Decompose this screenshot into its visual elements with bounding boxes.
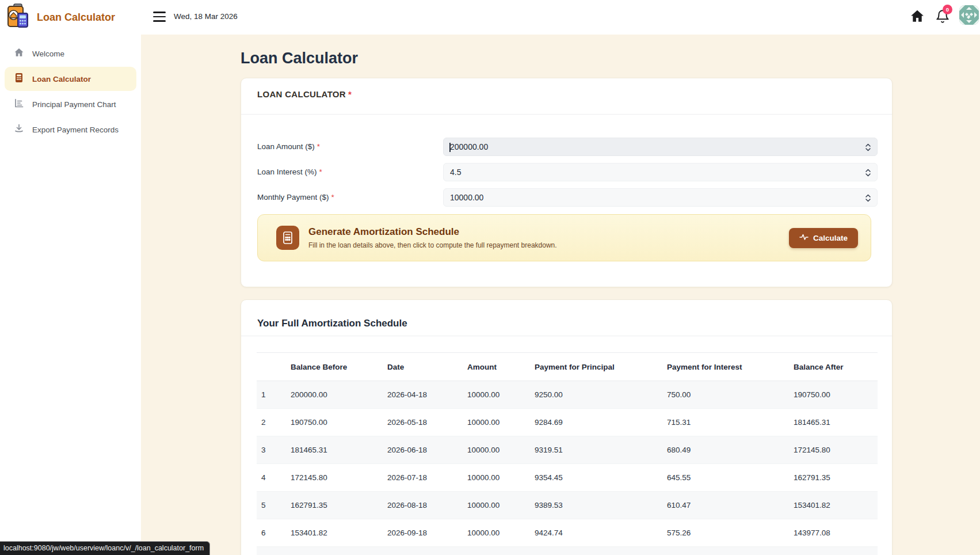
loan-interest-field-wrap: [443, 163, 878, 181]
required-asterisk: *: [348, 89, 352, 99]
table-row[interactable]: 5 162791.35 2026-08-18 10000.00 9389.53 …: [257, 492, 878, 519]
cell-amount: 10000.00: [463, 492, 530, 519]
amortization-table: Balance Before Date Amount Payment for P…: [257, 352, 878, 555]
cell-date: 2026-04-18: [383, 381, 463, 409]
divider: [241, 336, 892, 336]
generate-schedule-banner: Generate Amortization Schedule Fill in t…: [257, 214, 871, 261]
download-icon: [14, 123, 24, 136]
loan-interest-input[interactable]: [444, 164, 877, 181]
schedule-card-title: Your Full Amortization Schedule: [257, 318, 407, 329]
sidebar-item-export-payment-records[interactable]: Export Payment Records: [5, 117, 136, 142]
calculate-button[interactable]: Calculate: [789, 228, 858, 248]
required-asterisk: *: [331, 193, 334, 202]
stepper-arrows-icon[interactable]: [865, 143, 871, 152]
sidebar-item-welcome[interactable]: Welcome: [5, 41, 136, 66]
cell-amount: 10000.00: [463, 381, 530, 409]
col-header-index: [257, 353, 286, 381]
table-row[interactable]: 1 200000.00 2026-04-18 10000.00 9250.00 …: [257, 381, 878, 409]
cell-payment-interest: 575.26: [662, 519, 789, 547]
cell-payment-interest: 680.49: [662, 436, 789, 464]
cell-payment-interest: 645.55: [662, 464, 789, 492]
calculator-badge-icon: [276, 226, 299, 250]
cell-date: 2026-05-18: [383, 409, 463, 436]
app-title: Loan Calculator: [37, 12, 115, 24]
table-row[interactable]: 4 172145.80 2026-07-18 10000.00 9354.45 …: [257, 464, 878, 492]
stepper-arrows-icon[interactable]: [865, 168, 871, 177]
form-row-monthly-payment: Monthly Payment ($)*: [241, 188, 892, 207]
loan-amount-input[interactable]: [444, 138, 877, 155]
cell-amount: 10000.00: [463, 519, 530, 547]
loan-amount-label: Loan Amount ($)*: [257, 138, 320, 156]
form-card-title: LOAN CALCULATOR*: [257, 89, 352, 99]
app-header: Loan Calculator Wed, 18 Mar 2026 0: [0, 0, 980, 35]
loan-calculator-form-card: LOAN CALCULATOR* Loan Amount ($)* Loan I…: [241, 78, 893, 287]
table-row[interactable]: 3 181465.31 2026-06-18 10000.00 9319.51 …: [257, 436, 878, 464]
table-header-row: Balance Before Date Amount Payment for P…: [257, 353, 878, 381]
user-avatar[interactable]: [959, 5, 979, 25]
cell-balance-after: 143977.08: [789, 519, 878, 547]
header-date: Wed, 18 Mar 2026: [174, 12, 238, 21]
calculator-icon: [14, 73, 24, 85]
home-outline-icon: [14, 47, 24, 60]
monthly-payment-input[interactable]: [444, 189, 877, 206]
table-row[interactable]: 6 153401.82 2026-09-18 10000.00 9424.74 …: [257, 519, 878, 547]
cell-index: 6: [257, 519, 286, 547]
cell-amount: 10000.00: [463, 409, 530, 436]
sidebar-item-loan-calculator[interactable]: Loan Calculator: [5, 67, 136, 91]
bar-chart-icon: [14, 98, 24, 111]
cell-balance-before: 162791.35: [286, 492, 383, 519]
loan-interest-label: Loan Interest (%)*: [257, 163, 322, 181]
cell-index: 2: [257, 409, 286, 436]
col-header-payment-principal: Payment for Principal: [530, 353, 662, 381]
cell-balance-before: 190750.00: [286, 409, 383, 436]
cell-index: 5: [257, 492, 286, 519]
sidebar-item-label: Welcome: [32, 50, 64, 58]
col-header-amount: Amount: [463, 353, 530, 381]
cell-balance-after: 190750.00: [789, 381, 878, 409]
home-icon[interactable]: [910, 9, 925, 24]
cell-balance-before: 172145.80: [286, 464, 383, 492]
divider: [241, 114, 892, 115]
main-content: Loan Calculator LOAN CALCULATOR* Loan Am…: [141, 35, 980, 555]
brand[interactable]: Loan Calculator: [6, 3, 115, 31]
cell-index: 1: [257, 381, 286, 409]
cell-index: 3: [257, 436, 286, 464]
pulse-icon: [799, 233, 809, 244]
col-header-date: Date: [383, 353, 463, 381]
cell-index: 4: [257, 464, 286, 492]
cell-amount: 10000.00: [463, 464, 530, 492]
cell-balance-before: 200000.00: [286, 381, 383, 409]
cell-date: 2026-07-18: [383, 464, 463, 492]
cell-payment-interest: 610.47: [662, 492, 789, 519]
loan-amount-field-wrap: [443, 138, 878, 156]
cell-payment-principal: 9250.00: [530, 381, 662, 409]
text-cursor: [449, 143, 451, 152]
cell-date: 2026-06-18: [383, 436, 463, 464]
notification-badge: 0: [943, 5, 952, 14]
sidebar-item-label: Export Payment Records: [32, 126, 119, 134]
sidebar-item-label: Loan Calculator: [32, 75, 91, 83]
col-header-payment-interest: Payment for Interest: [662, 353, 789, 381]
table-row[interactable]: 2 190750.00 2026-05-18 10000.00 9284.69 …: [257, 409, 878, 436]
required-asterisk: *: [319, 168, 322, 176]
cell-amount: 10000.00: [463, 436, 530, 464]
col-header-balance-before: Balance Before: [286, 353, 383, 381]
form-row-loan-amount: Loan Amount ($)*: [241, 138, 892, 156]
sidebar-item-label: Principal Payment Chart: [32, 100, 116, 109]
col-header-balance-after: Balance After: [789, 353, 878, 381]
banner-text: Generate Amortization Schedule Fill in t…: [308, 226, 789, 249]
table-row-partial[interactable]: [257, 547, 878, 555]
cell-balance-after: 181465.31: [789, 409, 878, 436]
cell-payment-principal: 9284.69: [530, 409, 662, 436]
menu-toggle-icon[interactable]: [153, 12, 166, 22]
cell-payment-principal: 9319.51: [530, 436, 662, 464]
sidebar: Welcome Loan Calculator Principal Paymen…: [0, 35, 141, 555]
cell-balance-after: 153401.82: [789, 492, 878, 519]
sidebar-item-principal-payment-chart[interactable]: Principal Payment Chart: [5, 92, 136, 116]
cell-balance-before: 153401.82: [286, 519, 383, 547]
stepper-arrows-icon[interactable]: [865, 193, 871, 203]
amortization-schedule-card: Your Full Amortization Schedule Balance …: [241, 299, 893, 555]
page-title: Loan Calculator: [241, 50, 358, 67]
cell-payment-principal: 9354.45: [530, 464, 662, 492]
monthly-payment-label: Monthly Payment ($)*: [257, 188, 334, 207]
